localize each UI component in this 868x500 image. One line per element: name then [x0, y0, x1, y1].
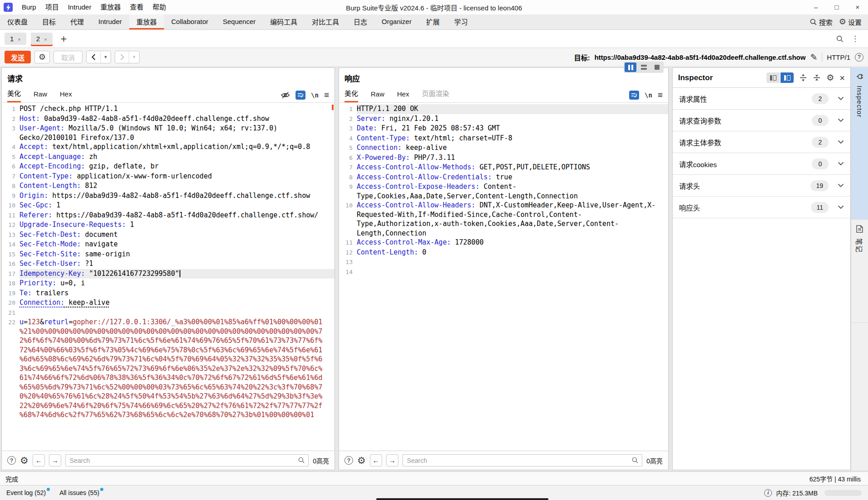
- event-log-button[interactable]: Event log (52): [6, 489, 46, 496]
- history-forward-dropdown[interactable]: ▼: [129, 51, 139, 63]
- main-tab[interactable]: 学习: [447, 14, 475, 29]
- editor-line[interactable]: 5Connection: keep-alive: [339, 143, 668, 153]
- editor-line[interactable]: 16Sec-Fetch-User: ?1: [2, 259, 335, 269]
- close-icon[interactable]: ×: [847, 0, 868, 14]
- editor-line[interactable]: 22u=123&returl=gopher://127.0.0.1:3306/_…: [2, 317, 335, 420]
- main-tab[interactable]: 对比工具: [305, 14, 346, 29]
- chevron-down-icon[interactable]: [838, 183, 844, 188]
- show-newlines-icon[interactable]: \n: [645, 91, 652, 99]
- editor-line[interactable]: 6X-Powered-By: PHP/7.3.11: [339, 153, 668, 163]
- menu-item[interactable]: 查看: [125, 0, 148, 14]
- editor-line[interactable]: 8Access-Control-Allow-Credentials: true: [339, 173, 668, 183]
- editor-line[interactable]: 9Access-Control-Expose-Headers: Content-…: [339, 182, 668, 201]
- tab-hex[interactable]: Hex: [60, 90, 72, 102]
- editor-line[interactable]: 4Accept: text/html,application/xhtml+xml…: [2, 142, 335, 152]
- editor-line[interactable]: 8Content-Length: 812: [2, 181, 335, 191]
- editor-line[interactable]: 14Sec-Fetch-Mode: navigate: [2, 240, 335, 250]
- help-icon[interactable]: ?: [855, 53, 863, 62]
- editor-line[interactable]: 14: [339, 267, 668, 277]
- panel-left-layout-icon[interactable]: [766, 72, 780, 83]
- syntax-highlight-icon[interactable]: [296, 91, 305, 100]
- edit-target-icon[interactable]: ✎: [810, 52, 817, 62]
- editor-line[interactable]: 10Access-Control-Allow-Headers: DNT,X-Cu…: [339, 201, 668, 238]
- editor-line[interactable]: 2Host: 0aba9d39-4a82-4ab8-a5f1-f4d0a20de…: [2, 114, 335, 124]
- chevron-down-icon[interactable]: [838, 140, 844, 144]
- inspector-section[interactable]: 请求主体参数2: [673, 131, 850, 153]
- request-editor[interactable]: 1POST /check.php HTTP/1.12Host: 0aba9d39…: [2, 103, 335, 451]
- history-back-button[interactable]: [87, 51, 100, 63]
- menu-item[interactable]: Burp: [17, 0, 41, 14]
- close-tab-icon[interactable]: ×: [18, 37, 20, 42]
- editor-line[interactable]: 12Content-Length: 0: [339, 248, 668, 258]
- chevron-down-icon[interactable]: [838, 118, 844, 122]
- cancel-button[interactable]: 取消: [53, 51, 82, 63]
- inspector-section[interactable]: 请求属性2: [673, 88, 850, 110]
- inspector-section[interactable]: 请求cookies0: [673, 153, 850, 175]
- main-tab[interactable]: 重放器: [129, 14, 164, 29]
- editor-line[interactable]: 5Accept-Language: zh: [2, 152, 335, 162]
- search-button[interactable]: 搜索: [810, 17, 833, 27]
- more-options-icon[interactable]: ⋮: [851, 34, 859, 43]
- editor-line[interactable]: 1POST /check.php HTTP/1.1: [2, 104, 335, 114]
- repeater-tab[interactable]: 2×: [31, 33, 53, 45]
- editor-line[interactable]: 15Sec-Fetch-Site: same-origin: [2, 250, 335, 260]
- editor-line[interactable]: 20Connection: keep-alive: [2, 298, 335, 308]
- tab-raw[interactable]: Raw: [371, 90, 384, 102]
- editor-line[interactable]: 21: [2, 308, 335, 318]
- editor-line[interactable]: 1HTTP/1.1 200 OK: [339, 104, 668, 114]
- panel-right-layout-icon[interactable]: [781, 72, 794, 83]
- side-tab-notes[interactable]: 笔记: [851, 220, 868, 323]
- side-tab-inspector[interactable]: Inspector: [851, 67, 868, 220]
- editor-menu-icon[interactable]: ≡: [658, 92, 663, 98]
- main-tab[interactable]: Intruder: [91, 14, 129, 29]
- close-inspector-icon[interactable]: ×: [839, 74, 845, 82]
- columns-layout-icon[interactable]: [625, 62, 636, 72]
- response-editor[interactable]: 1HTTP/1.1 200 OK2Server: nginx/1.20.13Da…: [339, 103, 668, 451]
- collapse-all-icon[interactable]: [813, 74, 821, 82]
- http-version[interactable]: HTTP/1: [827, 53, 850, 61]
- gear-icon[interactable]: ⚙: [357, 456, 366, 465]
- main-tab[interactable]: Collaborator: [164, 14, 216, 29]
- all-issues-button[interactable]: All issues (55): [59, 489, 99, 496]
- editor-line[interactable]: 19Te: trailers: [2, 288, 335, 298]
- chevron-down-icon[interactable]: [838, 205, 844, 209]
- editor-line[interactable]: 7Access-Control-Allow-Methods: GET,POST,…: [339, 163, 668, 173]
- editor-line[interactable]: 17Idempotency-Key: "10122614167723299580…: [2, 269, 335, 279]
- tab-pretty[interactable]: 美化: [344, 88, 358, 102]
- close-tab-icon[interactable]: ×: [44, 37, 47, 42]
- prev-match-button[interactable]: ←: [370, 454, 382, 466]
- syntax-highlight-icon[interactable]: [629, 91, 639, 100]
- editor-line[interactable]: 13: [339, 257, 668, 267]
- prev-match-button[interactable]: ←: [33, 454, 45, 466]
- next-match-button[interactable]: →: [49, 454, 61, 466]
- menu-item[interactable]: 重放器: [96, 0, 125, 14]
- response-search-input[interactable]: [402, 454, 642, 466]
- editor-line[interactable]: 2Server: nginx/1.20.1: [339, 114, 668, 124]
- editor-line[interactable]: 9Origin: https://0aba9d39-4a82-4ab8-a5f1…: [2, 191, 335, 201]
- gear-icon[interactable]: ⚙: [20, 456, 29, 465]
- tab-raw[interactable]: Raw: [34, 90, 47, 102]
- editor-menu-icon[interactable]: ≡: [324, 92, 329, 98]
- editor-line[interactable]: 3User-Agent: Mozilla/5.0 (Windows NT 10.…: [2, 124, 335, 142]
- main-tab[interactable]: 扩展: [419, 14, 447, 29]
- editor-line[interactable]: 10Sec-Gpc: 1: [2, 201, 335, 211]
- editor-line[interactable]: 6Accept-Encoding: gzip, deflate, br: [2, 162, 335, 172]
- main-tab[interactable]: 编码工具: [263, 14, 305, 29]
- chevron-down-icon[interactable]: [838, 162, 844, 166]
- rows-layout-icon[interactable]: [638, 62, 650, 72]
- next-match-button[interactable]: →: [386, 454, 398, 466]
- info-icon[interactable]: i: [764, 489, 772, 497]
- hide-eye-icon[interactable]: [281, 91, 290, 99]
- editor-line[interactable]: 7Content-Type: application/x-www-form-ur…: [2, 172, 335, 182]
- send-button[interactable]: 发送: [5, 51, 31, 63]
- send-settings-button[interactable]: ⚙: [34, 51, 50, 63]
- show-newlines-icon[interactable]: \n: [311, 91, 319, 99]
- editor-line[interactable]: 13Sec-Fetch-Dest: document: [2, 230, 335, 240]
- editor-line[interactable]: 18Priority: u=0, i: [2, 279, 335, 288]
- add-tab-button[interactable]: +: [61, 34, 67, 43]
- menu-item[interactable]: 项目: [41, 0, 63, 14]
- maximize-icon[interactable]: □: [826, 0, 847, 14]
- editor-line[interactable]: 12Upgrade-Insecure-Requests: 1: [2, 220, 335, 230]
- tab-hex[interactable]: Hex: [397, 90, 409, 102]
- request-search-input[interactable]: [65, 454, 309, 466]
